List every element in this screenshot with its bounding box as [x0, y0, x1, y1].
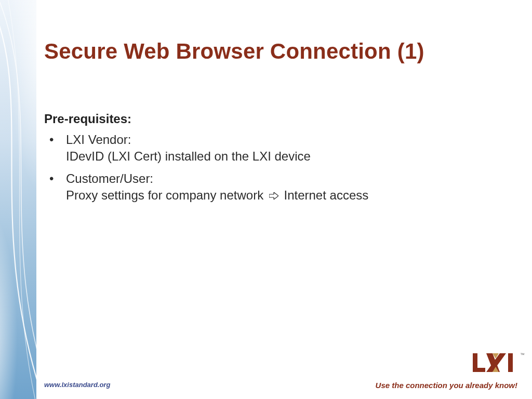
- footer-tagline: Use the connection you already know!: [376, 381, 517, 390]
- bullet-list: LXI Vendor: IDevID (LXI Cert) installed …: [44, 131, 470, 206]
- slide-title: Secure Web Browser Connection (1): [44, 39, 424, 64]
- bullet-tail-before: Proxy settings for company network: [66, 188, 263, 202]
- list-item: LXI Vendor: IDevID (LXI Cert) installed …: [44, 131, 470, 165]
- list-item: Customer/User: Proxy settings for compan…: [44, 170, 470, 206]
- svg-rect-1: [473, 368, 485, 372]
- stripe-curves-icon: [0, 0, 36, 399]
- bullet-tail: IDevID (LXI Cert) installed on the LXI d…: [66, 149, 311, 163]
- side-decorative-stripe: [0, 0, 36, 399]
- arrow-right-hollow-icon: [269, 187, 278, 204]
- footer-url: www.lxistandard.org: [44, 381, 110, 389]
- lxi-logo-icon: [473, 352, 517, 376]
- svg-rect-6: [508, 353, 513, 372]
- subheading: Pre-requisites:: [44, 112, 470, 126]
- trademark-symbol: ™: [520, 352, 525, 357]
- bullet-head: LXI Vendor:: [66, 132, 131, 147]
- content-area: Pre-requisites: LXI Vendor: IDevID (LXI …: [44, 112, 470, 211]
- bullet-head: Customer/User:: [66, 171, 153, 185]
- slide: Secure Web Browser Connection (1) Pre-re…: [0, 0, 532, 399]
- bullet-tail-after: Internet access: [284, 188, 369, 202]
